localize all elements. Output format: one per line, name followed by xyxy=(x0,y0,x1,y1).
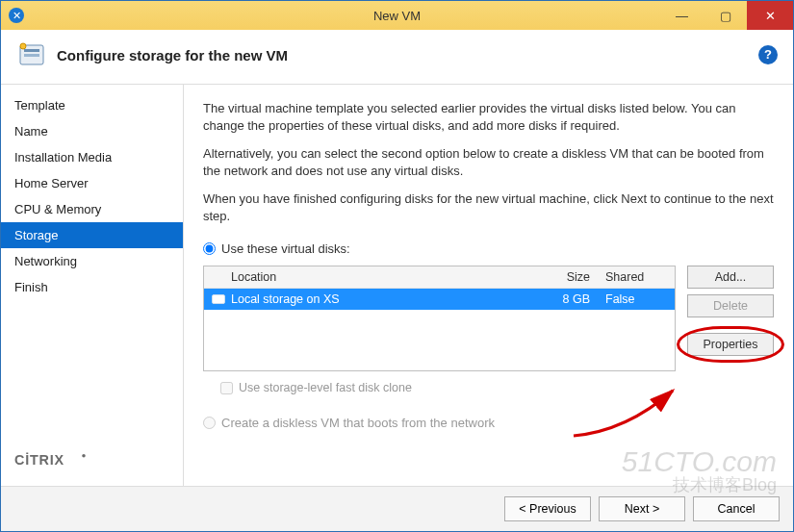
previous-button[interactable]: < Previous xyxy=(504,496,591,521)
radio-use-these-disks-input[interactable] xyxy=(203,242,216,255)
svg-point-5 xyxy=(82,454,86,458)
step-name[interactable]: Name xyxy=(1,118,183,144)
wizard-footer: < Previous Next > Cancel xyxy=(1,486,793,531)
svg-rect-1 xyxy=(24,49,39,52)
wizard-header: Configure storage for the new VM ? xyxy=(1,30,793,85)
step-cpu-memory[interactable]: CPU & Memory xyxy=(1,196,183,222)
storage-repo-icon xyxy=(212,294,225,304)
table-row[interactable]: Local storage on XS 8 GB False xyxy=(204,289,675,310)
radio-diskless-vm-label: Create a diskless VM that boots from the… xyxy=(221,416,495,430)
disk-area: Location Size Shared Local storage on XS… xyxy=(203,266,774,371)
radio-use-these-disks-label: Use these virtual disks: xyxy=(221,241,350,256)
next-button[interactable]: Next > xyxy=(599,496,685,521)
table-header: Location Size Shared xyxy=(204,266,675,289)
minimize-button[interactable]: — xyxy=(660,1,704,30)
step-home-server[interactable]: Home Server xyxy=(1,170,183,196)
new-vm-window: ✕ New VM — ▢ ✕ Configure storage for the… xyxy=(0,0,794,532)
wizard-steps-sidebar: Template Name Installation Media Home Se… xyxy=(1,85,184,486)
fast-disk-clone-checkbox: Use storage-level fast disk clone xyxy=(220,381,774,394)
step-finish[interactable]: Finish xyxy=(1,274,183,300)
svg-point-3 xyxy=(20,43,26,49)
step-storage[interactable]: Storage xyxy=(1,222,183,248)
system-menu-icon[interactable]: ✕ xyxy=(9,8,24,23)
page-title: Configure storage for the new VM xyxy=(57,47,758,63)
step-installation-media[interactable]: Installation Media xyxy=(1,144,183,170)
help-icon[interactable]: ? xyxy=(758,45,778,64)
storage-icon xyxy=(16,39,47,70)
radio-diskless-vm-input xyxy=(203,417,216,429)
svg-rect-2 xyxy=(24,54,39,57)
disk-side-buttons: Add... Delete Properties xyxy=(687,266,774,371)
titlebar[interactable]: ✕ New VM — ▢ ✕ xyxy=(1,1,793,30)
properties-button[interactable]: Properties xyxy=(687,333,774,356)
storage-content: The virtual machine template you selecte… xyxy=(184,85,793,486)
svg-text:CİTRIX: CİTRIX xyxy=(14,452,64,468)
fast-disk-clone-label: Use storage-level fast disk clone xyxy=(239,381,412,394)
fast-disk-clone-input xyxy=(220,382,233,394)
wizard-body: Template Name Installation Media Home Se… xyxy=(1,85,793,486)
cancel-button[interactable]: Cancel xyxy=(693,496,780,521)
radio-use-these-disks[interactable]: Use these virtual disks: xyxy=(203,241,774,256)
radio-diskless-vm: Create a diskless VM that boots from the… xyxy=(203,416,774,430)
add-disk-button[interactable]: Add... xyxy=(687,266,774,289)
step-networking[interactable]: Networking xyxy=(1,248,183,274)
maximize-button[interactable]: ▢ xyxy=(704,1,747,30)
virtual-disks-table[interactable]: Location Size Shared Local storage on XS… xyxy=(203,266,676,371)
close-button[interactable]: ✕ xyxy=(747,1,793,30)
col-size[interactable]: Size xyxy=(530,266,598,288)
delete-disk-button: Delete xyxy=(687,294,774,317)
intro-paragraph-3: When you have finished configuring disks… xyxy=(203,190,774,224)
intro-paragraph-1: The virtual machine template you selecte… xyxy=(203,100,774,134)
col-shared[interactable]: Shared xyxy=(598,266,675,288)
intro-paragraph-2: Alternatively, you can select the second… xyxy=(203,145,774,179)
citrix-logo: CİTRIX xyxy=(1,451,183,486)
cell-size: 8 GB xyxy=(530,289,598,310)
cell-shared: False xyxy=(598,289,675,310)
cell-location: Local storage on XS xyxy=(231,292,340,306)
col-location[interactable]: Location xyxy=(204,266,530,288)
step-template[interactable]: Template xyxy=(1,92,183,118)
